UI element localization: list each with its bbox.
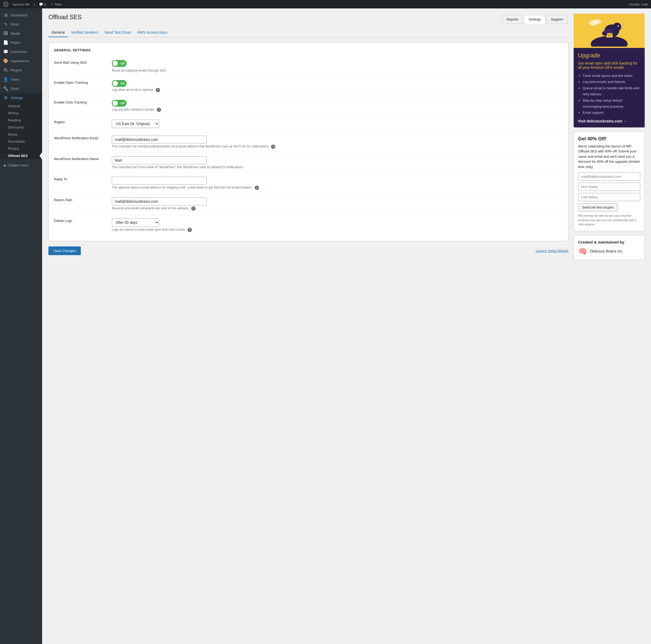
sidebar-submenu-writing[interactable]: Writing <box>0 110 42 117</box>
inner-tab-send-test-email[interactable]: Send Test Email <box>101 28 134 37</box>
open-tracking-toggle[interactable]: ON <box>112 80 127 87</box>
sidebar-submenu-reading[interactable]: Reading <box>0 117 42 124</box>
posts-icon: ✎ <box>3 22 8 27</box>
sidebar-item-posts[interactable]: ✎ Posts <box>0 20 42 29</box>
coupon-lastname-input[interactable] <box>578 193 640 201</box>
sidebar-widget: Upgrade Get email open and click trackin… <box>574 14 645 260</box>
sidebar-submenu-permalinks[interactable]: Permalinks <box>0 138 42 145</box>
sidebar-item-plugins[interactable]: 🔌 Plugins <box>0 65 42 75</box>
send-mail-description: Route all outgoing emails through SES <box>112 69 563 72</box>
wordpress-logo-icon: W <box>3 2 8 7</box>
sidebar-submenu-offload-ses[interactable]: Offload SES <box>0 152 42 159</box>
return-path-help-icon[interactable]: ? <box>191 206 195 211</box>
coupon-disclaimer: We promise we will not use your email fo… <box>578 213 640 227</box>
sidebar-item-tools[interactable]: 🔧 Tools <box>0 84 42 93</box>
notification-email-help-icon[interactable]: ? <box>271 145 275 149</box>
click-tracking-label: Enable Click Tracking <box>54 100 106 104</box>
open-tracking-control: ON Log when an email is opened. ? <box>112 80 563 92</box>
return-path-input[interactable] <box>112 198 207 205</box>
notification-name-label: WordPress Notification Name <box>54 156 106 161</box>
sidebar-item-media[interactable]: 🖼 Media <box>0 29 42 38</box>
open-tracking-label: Enable Open Tracking <box>54 80 106 85</box>
sidebar-item-pages[interactable]: 📄 Pages <box>0 38 42 47</box>
dashboard-icon: ⊞ <box>3 12 8 18</box>
sidebar-submenu-discussion[interactable]: Discussion <box>0 124 42 131</box>
delete-logs-control: NeverAfter 1 dayAfter 7 daysAfter 30 day… <box>112 218 563 232</box>
media-icon: 🖼 <box>3 31 8 36</box>
users-icon: 👤 <box>3 77 8 82</box>
new-content-button[interactable]: ＋ New <box>51 2 62 7</box>
region-select[interactable]: US East (N. Virginia)US West (Oregon)EU … <box>112 120 159 128</box>
sidebar-label-appearance: Appearance <box>10 59 29 63</box>
tab-support[interactable]: Support <box>546 15 567 23</box>
main-content: Offload SES Reports Settings Support Gen… <box>42 8 651 644</box>
sidebar-item-settings[interactable]: ⚙ Settings <box>0 93 42 103</box>
sidebar-item-appearance[interactable]: 🎨 Appearance <box>0 56 42 65</box>
sidebar-submenu-media[interactable]: Media <box>0 131 42 138</box>
sidebar-item-dashboard[interactable]: ⊞ Dashboard <box>0 10 42 20</box>
reply-to-help-icon[interactable]: ? <box>255 186 259 190</box>
inner-tab-aws-access-keys[interactable]: AWS Access Keys <box>134 28 170 37</box>
tab-reports[interactable]: Reports <box>502 15 523 23</box>
created-by-body: 🧠 Delicious Brains Inc. <box>578 247 640 256</box>
send-coupon-button[interactable]: Send me the coupon <box>578 203 618 211</box>
sidebar-item-comments[interactable]: 💬 Comments <box>0 47 42 56</box>
upgrade-card-body: Upgrade Get email open and click trackin… <box>574 48 645 127</box>
save-changes-button[interactable]: Save Changes <box>49 246 81 255</box>
admin-bar: W wposes-lite | 💬 0 ＋ New Howdy, matt <box>0 0 651 8</box>
coupon-description: We're celebrating the launch of WP Offlo… <box>578 144 640 170</box>
setting-notification-email: WordPress Notification Email This overri… <box>54 132 563 153</box>
click-tracking-help-icon[interactable]: ? <box>157 108 161 112</box>
open-tracking-knob <box>113 81 118 86</box>
click-tracking-toggle[interactable]: ON <box>112 100 127 107</box>
sidebar-label-tools: Tools <box>10 87 19 91</box>
upgrade-feature-4: Step-by-step setup wizard encouraging be… <box>583 97 641 110</box>
visit-deliciousbrains-link[interactable]: Visit deliciousbrains.com → <box>578 119 641 123</box>
delete-logs-help-icon[interactable]: ? <box>188 228 192 232</box>
inner-tab-general[interactable]: General <box>49 28 68 37</box>
notification-name-description: This overrides the From name of "WordPre… <box>112 165 563 169</box>
coupon-email-input[interactable] <box>578 172 640 181</box>
coupon-firstname-input[interactable] <box>578 183 640 191</box>
sidebar-item-users[interactable]: 👤 Users <box>0 75 42 84</box>
open-tracking-help-icon[interactable]: ? <box>156 88 160 92</box>
collapse-menu-button[interactable]: ◀ Collapse menu <box>0 162 42 169</box>
reply-to-input[interactable] <box>112 177 207 184</box>
upgrade-feature-1: Track email opens and link clicks <box>583 73 641 79</box>
launch-wizard-button[interactable]: Launch Setup Wizard <box>536 249 568 253</box>
sidebar-submenu-privacy[interactable]: Privacy <box>0 145 42 152</box>
plugins-icon: 🔌 <box>3 68 8 73</box>
notification-email-input[interactable] <box>112 136 207 144</box>
setting-region: Region US East (N. Virginia)US West (Ore… <box>54 116 563 132</box>
delete-logs-select[interactable]: NeverAfter 1 dayAfter 7 daysAfter 30 day… <box>112 218 159 227</box>
tab-settings[interactable]: Settings <box>524 15 545 24</box>
notification-name-input[interactable] <box>112 156 207 164</box>
reply-to-description: The optional reply-to email address for … <box>112 186 563 190</box>
created-by-title: Created & maintained by <box>578 240 640 244</box>
return-path-label: Return Path <box>54 198 106 202</box>
settings-icon: ⚙ <box>3 95 8 100</box>
comments-count[interactable]: 💬 0 <box>39 2 46 6</box>
sidebar-label-plugins: Plugins <box>10 68 22 72</box>
appearance-icon: 🎨 <box>3 58 8 63</box>
collapse-icon: ◀ <box>3 164 5 167</box>
upgrade-card-illustration <box>574 14 645 48</box>
region-label: Region <box>54 120 106 124</box>
open-tracking-on-label: ON <box>121 82 125 85</box>
company-name: Delicious Brains Inc. <box>590 249 623 253</box>
sidebar-submenu-label-discussion: Discussion <box>8 125 25 129</box>
return-path-control: Bounces and email complaints are sent to… <box>112 198 563 211</box>
site-name[interactable]: wposes-lite <box>12 2 30 6</box>
settings-footer: Save Changes Launch Setup Wizard <box>49 246 568 255</box>
bird-svg <box>586 15 633 47</box>
inner-tab-verified-senders[interactable]: Verified Senders <box>68 28 101 37</box>
reply-to-control: The optional reply-to email address for … <box>112 177 563 190</box>
delete-logs-label: Delete Logs <box>54 218 106 223</box>
sidebar-submenu-general[interactable]: General <box>0 103 42 110</box>
send-mail-toggle[interactable]: ON <box>112 60 127 67</box>
collapse-label: Collapse menu <box>8 164 29 167</box>
setting-open-tracking: Enable Open Tracking ON Log when an emai… <box>54 76 563 96</box>
notification-name-control: This overrides the From name of "WordPre… <box>112 156 563 169</box>
settings-submenu: General Writing Reading Discussion Media… <box>0 103 42 159</box>
svg-point-10 <box>618 26 619 27</box>
